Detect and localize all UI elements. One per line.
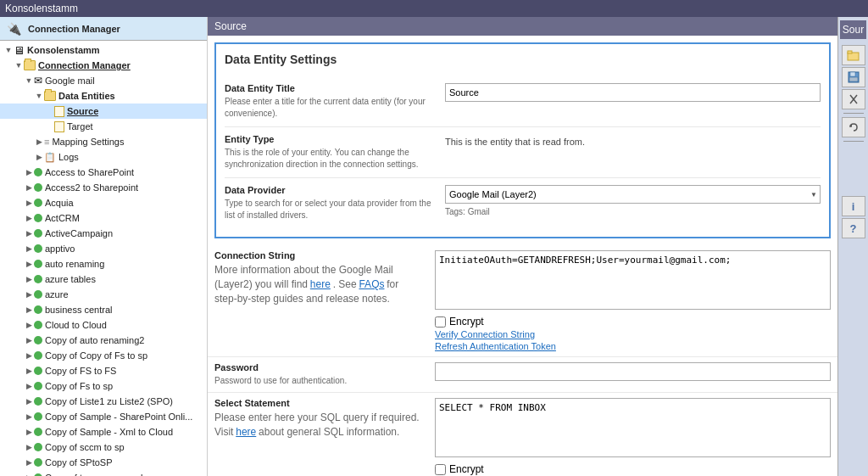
sidebar-item-copy-sample-sharepoint[interactable]: ▶ Copy of Sample - SharePoint Onli... (0, 409, 207, 424)
sidebar-tree[interactable]: ▼ 🖥 Konsolenstamm ▼ Connection Manager ▼… (0, 41, 207, 476)
sidebar-item-cloud-to-cloud[interactable]: ▶ Cloud to Cloud (0, 317, 207, 333)
refresh-authentication-token-link[interactable]: Refresh Authentication Token (435, 341, 831, 351)
sidebar-item-access2-sharepoint[interactable]: ▶ Access2 to Sharepoint (0, 180, 207, 195)
svg-rect-4 (849, 77, 858, 81)
content-area: Source Data Entity Settings Data Entity … (208, 17, 837, 476)
lines-icon: ≡ (44, 137, 49, 147)
green-dot-icon-15 (34, 382, 42, 390)
chevron-down-icon-4: ▼ (34, 91, 44, 101)
right-panel-buttons: i ? (842, 45, 865, 238)
content-header: Source (208, 17, 837, 36)
section-title: Data Entity Settings (225, 53, 821, 66)
chevron-down-icon-3: ▼ (24, 76, 34, 86)
entity-type-value: This is the entity that is read from. (445, 134, 821, 147)
sidebar-item-auto-renaming[interactable]: ▶ auto renaming (0, 256, 207, 272)
chevron-right-icon-3: ▶ (24, 167, 34, 177)
sidebar-item-activecampaign[interactable]: ▶ ActiveCampaign (0, 226, 207, 241)
green-dot-icon-7 (34, 260, 42, 268)
green-dot-icon-11 (34, 321, 42, 329)
sidebar-item-copy-liste1[interactable]: ▶ Copy of Liste1 zu Liste2 (SPO) (0, 394, 207, 409)
connection-string-label: Connection String (214, 250, 421, 260)
sidebar-item-apptivo[interactable]: ▶ apptivo (0, 241, 207, 256)
data-entity-settings-section: Data Entity Settings Data Entity Title P… (214, 42, 831, 238)
mail-icon: ✉ (34, 75, 42, 87)
password-input[interactable] (435, 362, 831, 381)
sidebar-item-source[interactable]: Source (0, 104, 207, 119)
sidebar-item-copy-sample-cloud[interactable]: ▶ Copy of Sample - Xml to Cloud (0, 424, 207, 440)
sidebar-item-copy-sccm-to-sp[interactable]: ▶ Copy of sccm to sp (0, 440, 207, 455)
connection-string-row: Connection String More information about… (208, 245, 837, 357)
sidebar-item-copy-spto-sp[interactable]: ▶ Copy of SPtoSP (0, 455, 207, 470)
content-body[interactable]: Data Entity Settings Data Entity Title P… (208, 36, 837, 476)
entity-type-row: Entity Type This is the role of your ent… (225, 127, 821, 178)
data-entity-title-row: Data Entity Title Please enter a title f… (225, 76, 821, 127)
password-row: Password Password to use for authenticat… (208, 357, 837, 393)
green-dot-icon-18 (34, 428, 42, 436)
chevron-right-icon-2: ▶ (34, 152, 44, 162)
right-panel-divider-2 (843, 141, 864, 142)
select-statement-textarea[interactable]: SELECT * FROM INBOX (435, 398, 831, 457)
data-provider-label: Data Provider (225, 185, 431, 195)
sidebar-item-konsolenstamm[interactable]: ▼ 🖥 Konsolenstamm (0, 42, 207, 58)
info-button[interactable]: i (842, 196, 865, 216)
verify-connection-string-link[interactable]: Verify Connection String (435, 329, 831, 339)
sidebar-item-actcrm[interactable]: ▶ ActCRM (0, 210, 207, 226)
connection-string-encrypt-label: Encrypt (449, 316, 484, 328)
sidebar-item-access-to-sharepoint[interactable]: ▶ Access to SharePoint (0, 165, 207, 180)
sidebar-item-google-mail[interactable]: ▼ ✉ Google mail (0, 73, 207, 88)
connection-string-faqs-link[interactable]: FAQs (359, 278, 384, 290)
sidebar-item-target[interactable]: Target (0, 119, 207, 134)
sidebar-item-copy-try-survey-monkey[interactable]: ▶ Copy of try survey monkey (0, 470, 207, 476)
sidebar-item-azure[interactable]: ▶ azure (0, 287, 207, 302)
computer-icon: 🖥 (14, 44, 25, 57)
sidebar-item-copy-auto-renaming2[interactable]: ▶ Copy of auto renaming2 (0, 333, 207, 348)
sidebar-item-azure-tables[interactable]: ▶ azure tables (0, 272, 207, 287)
sidebar-item-copy-copy-fs[interactable]: ▶ Copy of Copy of Fs to sp (0, 348, 207, 363)
folder-icon-2 (44, 91, 56, 101)
svg-rect-3 (850, 72, 855, 76)
select-statement-here-link[interactable]: here (236, 426, 256, 438)
data-entity-title-input[interactable] (445, 83, 821, 102)
connection-string-textarea[interactable]: InitiateOAuth=GETANDREFRESH;User=yourmai… (435, 250, 831, 310)
green-dot-icon-2 (34, 183, 42, 192)
sidebar-item-connection-manager[interactable]: ▼ Connection Manager (0, 58, 207, 73)
sidebar-item-logs[interactable]: ▶ 📋 Logs (0, 149, 207, 165)
data-provider-select[interactable]: Google Mail (Layer2) SharePoint Online C… (445, 185, 821, 204)
select-statement-desc: Please enter here your SQL query if requ… (214, 411, 421, 440)
select-statement-encrypt-checkbox[interactable] (435, 464, 446, 475)
green-dot-icon-14 (34, 367, 42, 375)
green-dot-icon-16 (34, 397, 42, 406)
save-button[interactable] (842, 67, 865, 87)
connection-string-desc-mid: . See (333, 278, 357, 290)
open-button[interactable] (842, 45, 865, 65)
green-dot-icon-9 (34, 290, 42, 299)
green-dot-icon-5 (34, 229, 42, 238)
chevron-right-icon: ▶ (34, 137, 44, 147)
green-dot-icon-12 (34, 336, 42, 344)
undo-icon (848, 121, 860, 133)
undo-button[interactable] (842, 117, 865, 137)
sidebar-item-business-central[interactable]: ▶ business central (0, 302, 207, 317)
sidebar-item-copy-fs-to-fs[interactable]: ▶ Copy of FS to FS (0, 363, 207, 378)
sidebar-item-data-entities[interactable]: ▼ Data Entities (0, 88, 207, 104)
help-button[interactable]: ? (842, 218, 865, 238)
select-statement-encrypt-label: Encrypt (449, 463, 484, 475)
connection-string-here-link[interactable]: here (310, 278, 331, 290)
right-panel-header: Sour (840, 20, 866, 39)
connection-string-encrypt-checkbox[interactable] (435, 316, 446, 328)
sidebar: 🔌 Connection Manager ▼ 🖥 Konsolenstamm ▼… (0, 17, 208, 476)
sidebar-item-acquia[interactable]: ▶ Acquia (0, 195, 207, 210)
sidebar-item-copy-fs-to-sp[interactable]: ▶ Copy of Fs to sp (0, 378, 207, 394)
green-dot-icon-10 (34, 305, 42, 314)
password-desc: Password to use for authentication. (214, 375, 421, 387)
question-icon: ? (850, 222, 857, 235)
password-label: Password (214, 362, 421, 372)
sidebar-item-mapping-settings[interactable]: ▶ ≡ Mapping Settings (0, 134, 207, 149)
sidebar-header: 🔌 Connection Manager (0, 17, 207, 41)
select-statement-encrypt-row: Encrypt (435, 463, 831, 475)
scissors-icon (848, 93, 860, 105)
data-provider-tags: Tags: Gmail (445, 207, 821, 216)
title-bar: Konsolenstamm (0, 0, 868, 17)
spacer-icon (44, 106, 54, 116)
cut-button[interactable] (842, 89, 865, 109)
